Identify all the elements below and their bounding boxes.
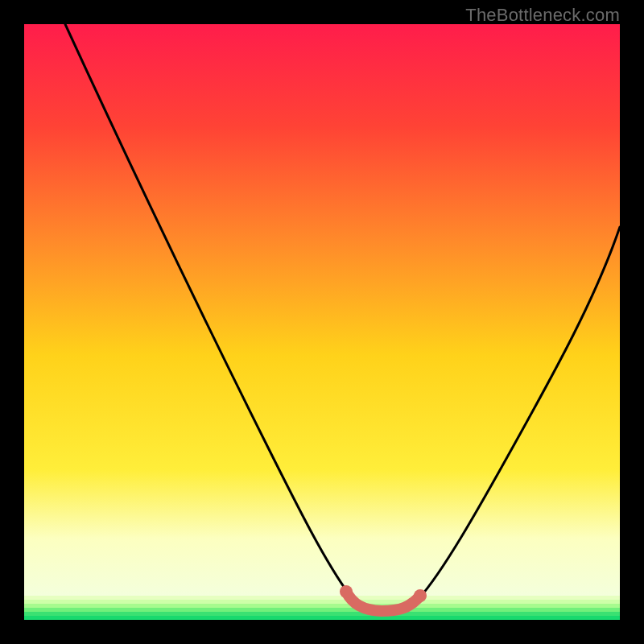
gradient-background bbox=[24, 24, 620, 596]
plot-area bbox=[24, 24, 620, 620]
stripe-4 bbox=[24, 608, 620, 612]
stripe-3 bbox=[24, 604, 620, 608]
chart-frame: TheBottleneck.com bbox=[0, 0, 644, 644]
highlight-start-dot bbox=[340, 585, 353, 598]
stripe-5 bbox=[24, 612, 620, 616]
stripe-2 bbox=[24, 600, 620, 604]
highlight-end-dot bbox=[414, 589, 427, 602]
watermark-text: TheBottleneck.com bbox=[465, 5, 620, 26]
stripe-6 bbox=[24, 616, 620, 620]
stripe-1 bbox=[24, 596, 620, 600]
chart-svg bbox=[24, 24, 620, 620]
